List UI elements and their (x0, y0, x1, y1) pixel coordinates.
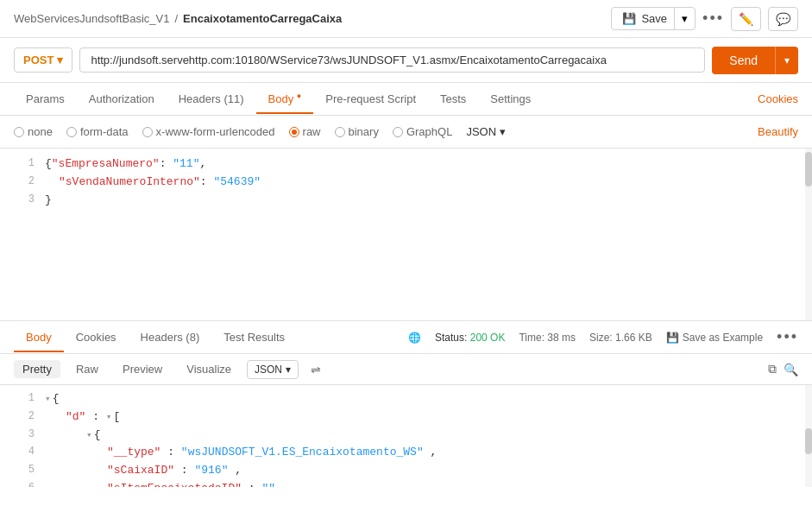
editor-scrollbar[interactable] (805, 149, 812, 320)
line-number-3: 3 (14, 192, 35, 208)
response-more-button[interactable]: ••• (777, 328, 798, 346)
editor-line-3: 3 } (0, 192, 812, 210)
editor-line-1: 1 {"sEmpresaNumero": "11", (0, 155, 812, 174)
option-graphql-label: GraphQL (406, 125, 452, 138)
save-icon: 💾 (622, 12, 636, 25)
response-scrollbar[interactable] (805, 385, 812, 487)
breadcrumb: WebServicesJundsoftBasic_V1 / Encaixotam… (14, 12, 342, 25)
header-actions: 💾 Save ▾ ••• ✏️ 💬 (611, 7, 798, 31)
url-input[interactable] (79, 47, 705, 73)
save-label: Save (641, 12, 667, 25)
editor-scrollbar-thumb (805, 152, 812, 187)
option-raw-label: raw (303, 125, 321, 138)
body-options-bar: none form-data x-www-form-urlencoded raw… (0, 116, 812, 149)
response-tab-cookies[interactable]: Cookies (64, 324, 129, 352)
tab-authorization[interactable]: Authorization (77, 85, 167, 114)
resp-line-3: 3 ▾{ (0, 427, 812, 445)
radio-binary-icon (335, 127, 345, 137)
format-chevron-icon: ▾ (500, 125, 506, 138)
time-meta: Time: 38 ms (519, 332, 576, 344)
response-tab-test-results[interactable]: Test Results (211, 324, 297, 352)
option-binary[interactable]: binary (335, 125, 379, 138)
radio-urlencoded-icon (142, 127, 153, 137)
method-chevron-icon: ▾ (57, 54, 63, 66)
send-button[interactable]: Send (712, 47, 775, 74)
response-format-selector[interactable]: JSON ▾ (247, 360, 299, 379)
resp-line-5: 5 "sCaixaID" : "916" , (0, 462, 812, 480)
save-button[interactable]: 💾 Save (611, 7, 678, 30)
response-section: Body Cookies Headers (8) Test Results 🌐 … (0, 321, 812, 487)
option-form-data[interactable]: form-data (66, 125, 129, 138)
url-bar: POST ▾ Send ▾ (0, 38, 812, 83)
code-line-1: {"sEmpresaNumero": "11", (45, 155, 206, 174)
method-selector[interactable]: POST ▾ (14, 47, 72, 73)
fmt-raw-button[interactable]: Raw (67, 360, 107, 378)
request-label: EncaixotamentoCarregaCaixa (183, 12, 342, 25)
method-label: POST (23, 54, 54, 66)
tab-body[interactable]: Body ● (256, 85, 314, 114)
line-number-1: 1 (14, 155, 35, 172)
radio-form-data-icon (66, 127, 77, 137)
status-ok: 200 OK (470, 332, 506, 344)
save-dropdown-button[interactable]: ▾ (674, 7, 696, 30)
line-number-2: 2 (14, 174, 35, 190)
tab-tests[interactable]: Tests (428, 85, 478, 114)
fmt-visualize-button[interactable]: Visualize (178, 360, 240, 378)
option-none[interactable]: none (14, 125, 53, 138)
save-group: 💾 Save ▾ (611, 7, 696, 30)
filter-icon-button[interactable]: ⇌ (311, 363, 321, 376)
workspace-label: WebServicesJundsoftBasic_V1 (14, 12, 169, 25)
option-graphql[interactable]: GraphQL (393, 125, 452, 138)
cookies-link[interactable]: Cookies (758, 92, 798, 105)
format-label: JSON (466, 125, 496, 138)
radio-graphql-icon (393, 127, 403, 137)
format-selector[interactable]: JSON ▾ (466, 125, 506, 138)
header-more-button[interactable]: ••• (702, 9, 724, 28)
editor-line-2: 2 "sVendaNumeroInterno": "54639" (0, 174, 812, 192)
globe-icon: 🌐 (408, 332, 421, 344)
fmt-preview-button[interactable]: Preview (114, 360, 171, 378)
comment-icon-button[interactable]: 💬 (768, 7, 798, 31)
response-status-bar: 🌐 Status: 200 OK Time: 38 ms Size: 1.66 … (408, 328, 798, 346)
option-form-data-label: form-data (80, 125, 129, 138)
response-tabs-bar: Body Cookies Headers (8) Test Results 🌐 … (0, 321, 812, 354)
radio-none-icon (14, 127, 24, 137)
resp-line-1: 1 ▾{ (0, 390, 812, 408)
resp-line-2: 2 "d" : ▾[ (0, 408, 812, 427)
option-binary-label: binary (349, 125, 379, 138)
tab-params[interactable]: Params (14, 85, 77, 114)
status-badge: Status: 200 OK (435, 332, 505, 344)
send-dropdown-button[interactable]: ▾ (775, 47, 798, 74)
save-icon-small: 💾 (666, 332, 679, 344)
response-format-chevron-icon: ▾ (286, 364, 291, 376)
response-format-label: JSON (255, 364, 282, 376)
response-tab-headers[interactable]: Headers (8) (129, 324, 212, 352)
chevron-down-icon: ▾ (682, 12, 688, 25)
response-tab-body[interactable]: Body (14, 324, 64, 352)
breadcrumb-separator: / (174, 12, 178, 25)
option-raw[interactable]: raw (289, 125, 321, 138)
header: WebServicesJundsoftBasic_V1 / Encaixotam… (0, 0, 812, 38)
tab-settings[interactable]: Settings (478, 85, 543, 114)
request-body-editor[interactable]: 1 {"sEmpresaNumero": "11", 2 "sVendaNume… (0, 149, 812, 321)
option-urlencoded-label: x-www-form-urlencoded (156, 125, 275, 138)
tab-headers[interactable]: Headers (11) (167, 85, 256, 114)
size-meta: Size: 1.66 KB (589, 332, 652, 344)
resp-line-6: 6 "sItemEncaixotadoID" : "" , (0, 480, 812, 487)
search-response-button[interactable]: 🔍 (784, 363, 798, 376)
save-example-button[interactable]: 💾 Save as Example (666, 332, 763, 344)
code-line-2: "sVendaNumeroInterno": "54639" (45, 174, 261, 192)
send-group: Send ▾ (712, 47, 798, 74)
response-scrollbar-thumb (805, 428, 812, 454)
copy-button[interactable]: ⧉ (768, 362, 777, 376)
radio-raw-icon (289, 127, 299, 137)
resp-line-4: 4 "__type" : "wsJUNDSOFT_V1.ES_Encaixota… (0, 444, 812, 462)
response-code-area: 1 ▾{ 2 "d" : ▾[ 3 ▾{ 4 "__type" : "wsJUN… (0, 385, 812, 487)
tab-pre-request[interactable]: Pre-request Script (313, 85, 428, 114)
fmt-pretty-button[interactable]: Pretty (14, 360, 60, 378)
option-none-label: none (28, 125, 53, 138)
response-format-bar: Pretty Raw Preview Visualize JSON ▾ ⇌ ⧉ … (0, 354, 812, 385)
option-urlencoded[interactable]: x-www-form-urlencoded (142, 125, 275, 138)
beautify-button[interactable]: Beautify (758, 125, 798, 138)
edit-icon-button[interactable]: ✏️ (731, 7, 761, 31)
